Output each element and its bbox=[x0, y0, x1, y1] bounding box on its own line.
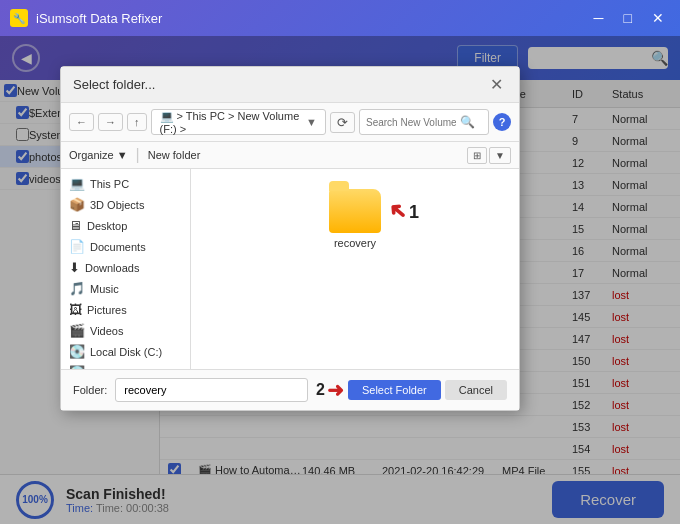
cancel-button[interactable]: Cancel bbox=[445, 380, 507, 400]
dialog-overlay: Select folder... ✕ ← → ↑ 💻 > This PC > N… bbox=[0, 36, 680, 524]
view-list-button[interactable]: ▼ bbox=[489, 147, 511, 164]
dialog-refresh-button[interactable]: ⟳ bbox=[330, 112, 355, 133]
folder-label: recovery bbox=[334, 237, 376, 249]
sidebar-item-pictures[interactable]: 🖼Pictures bbox=[61, 299, 190, 320]
maximize-button[interactable]: □ bbox=[618, 8, 638, 28]
dialog-toolbar: Organize ▼ | New folder ⊞ ▼ bbox=[61, 142, 519, 169]
sidebar-item-downloads[interactable]: ⬇Downloads bbox=[61, 257, 190, 278]
sidebar-item-videos[interactable]: 🎬Videos bbox=[61, 320, 190, 341]
sidebar-item-this-pc[interactable]: 💻This PC bbox=[61, 173, 190, 194]
dialog-search-icon: 🔍 bbox=[460, 115, 475, 129]
app-icon: 🔧 bbox=[10, 9, 28, 27]
arrow-annotation-1: ➜ 1 bbox=[389, 199, 419, 225]
this-pc-icon: 💻 bbox=[69, 176, 85, 191]
sidebar-item-local-disk-c[interactable]: 💽Local Disk (C:) bbox=[61, 341, 190, 362]
dialog-close-button[interactable]: ✕ bbox=[486, 75, 507, 94]
sidebar-item-3d-objects[interactable]: 📦3D Objects bbox=[61, 194, 190, 215]
dialog-body: 💻This PC 📦3D Objects 🖥Desktop 📄Documents… bbox=[61, 169, 519, 369]
dialog-up-button[interactable]: ↑ bbox=[127, 113, 147, 131]
sidebar-item-new-volume-d[interactable]: 💽New Volume (D:) bbox=[61, 362, 190, 369]
arrow-annotation-2: 2 ➜ bbox=[316, 378, 344, 402]
red-arrow-2: ➜ bbox=[327, 378, 344, 402]
annotation-number-2: 2 bbox=[316, 381, 325, 399]
dialog-search-input[interactable] bbox=[366, 117, 456, 128]
dialog-title: Select folder... bbox=[73, 77, 155, 92]
toolbar-divider: | bbox=[136, 146, 140, 164]
nav-path-text: 💻 > This PC > New Volume (F:) > bbox=[160, 110, 303, 135]
nav-dropdown-icon: ▼ bbox=[306, 116, 317, 128]
dialog-search-box: 🔍 bbox=[359, 109, 489, 135]
dialog-nav-path: 💻 > This PC > New Volume (F:) > ▼ bbox=[151, 109, 327, 135]
title-bar: 🔧 iSumsoft Data Refixer ─ □ ✕ bbox=[0, 0, 680, 36]
select-folder-button[interactable]: Select Folder bbox=[348, 380, 441, 400]
dialog-back-button[interactable]: ← bbox=[69, 113, 94, 131]
new-folder-button[interactable]: New folder bbox=[148, 149, 201, 161]
app-title: iSumsoft Data Refixer bbox=[36, 11, 162, 26]
close-button[interactable]: ✕ bbox=[646, 8, 670, 28]
folder-label-text: Folder: bbox=[73, 384, 107, 396]
dialog-footer: Folder: 2 ➜ Select Folder Cancel bbox=[61, 369, 519, 410]
dialog-title-bar: Select folder... ✕ bbox=[61, 67, 519, 103]
recovery-folder-item[interactable]: recovery bbox=[329, 189, 381, 249]
dialog-nav: ← → ↑ 💻 > This PC > New Volume (F:) > ▼ … bbox=[61, 103, 519, 142]
dialog-help-button[interactable]: ? bbox=[493, 113, 511, 131]
folder-icon bbox=[329, 189, 381, 233]
sidebar-item-music[interactable]: 🎵Music bbox=[61, 278, 190, 299]
sidebar-item-documents[interactable]: 📄Documents bbox=[61, 236, 190, 257]
dialog-file-area: recovery ➜ 1 bbox=[191, 169, 519, 369]
view-icon-button[interactable]: ⊞ bbox=[467, 147, 487, 164]
view-icons: ⊞ ▼ bbox=[467, 147, 511, 164]
organize-button[interactable]: Organize ▼ bbox=[69, 149, 128, 161]
minimize-button[interactable]: ─ bbox=[588, 8, 610, 28]
dialog-sidebar: 💻This PC 📦3D Objects 🖥Desktop 📄Documents… bbox=[61, 169, 191, 369]
select-folder-dialog: Select folder... ✕ ← → ↑ 💻 > This PC > N… bbox=[60, 66, 520, 411]
folder-input[interactable] bbox=[115, 378, 308, 402]
sidebar-item-desktop[interactable]: 🖥Desktop bbox=[61, 215, 190, 236]
dialog-forward-button[interactable]: → bbox=[98, 113, 123, 131]
